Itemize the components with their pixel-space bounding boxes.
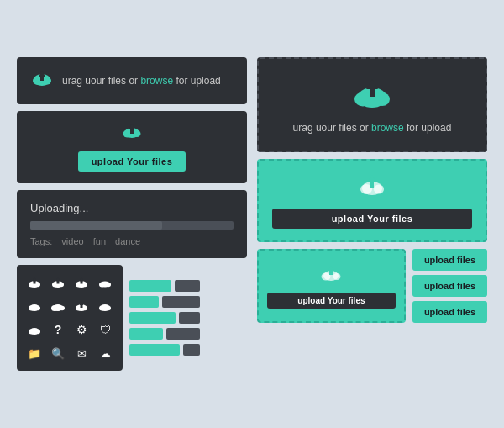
icon-cloud-3 — [72, 273, 91, 292]
svg-point-41 — [375, 92, 390, 106]
prog-dark-2 — [162, 296, 200, 308]
svg-point-14 — [59, 283, 64, 288]
progress-row-1 — [129, 280, 200, 292]
svg-point-6 — [134, 130, 141, 137]
folder-icon: 📁 — [25, 344, 44, 362]
browse-link[interactable]: browse — [140, 75, 173, 87]
upload-files-button-1[interactable]: upload files — [412, 249, 487, 271]
upload-teal-panel: upload Your files — [257, 159, 487, 242]
progress-row-3 — [129, 312, 200, 324]
prog-dark-1 — [175, 280, 200, 292]
svg-point-40 — [354, 92, 371, 107]
upload-btn-panel: upload Your files — [17, 111, 247, 183]
icon-cloud-9 — [25, 320, 44, 339]
svg-point-25 — [35, 306, 40, 311]
bottom-right-section: upload Your files upload files upload fi… — [257, 249, 487, 323]
icon-cloud-4 — [96, 273, 114, 292]
svg-point-22 — [106, 283, 111, 288]
icon-cloud-2 — [49, 273, 67, 292]
cloud-icon-2 — [121, 123, 143, 145]
drag-drop-dark-panel: urag uour files or browse for upload — [17, 57, 247, 104]
svg-point-38 — [35, 330, 40, 335]
svg-point-27 — [51, 305, 58, 311]
upload-your-files-button[interactable]: upload Your files — [78, 151, 186, 172]
svg-point-35 — [106, 306, 111, 311]
upload-buttons-column: upload files upload files upload files — [412, 249, 487, 323]
browse-link-large[interactable]: browse — [371, 122, 404, 134]
svg-point-31 — [82, 306, 87, 311]
cloud-icon-teal-panel — [358, 172, 386, 202]
tags-row: Tags: video fun dance — [30, 236, 234, 246]
search-icon: 🔍 — [49, 344, 67, 362]
svg-point-45 — [374, 185, 384, 194]
svg-point-44 — [360, 184, 372, 194]
prog-dark-5 — [183, 344, 200, 356]
shield-icon: 🛡 — [96, 320, 114, 339]
prog-teal-5 — [129, 344, 180, 356]
drag-drop-text: urag uour files or browse for upload — [62, 75, 221, 87]
icon-question: ? — [49, 320, 67, 339]
right-column: urag uour files or browse for upload upl… — [257, 57, 487, 371]
prog-teal-1 — [129, 280, 171, 292]
svg-point-21 — [99, 283, 105, 288]
prog-dark-4 — [166, 328, 200, 340]
cloud-upload-icon — [30, 69, 54, 92]
icon-cloud-6 — [49, 297, 67, 315]
upload-files-button-2[interactable]: upload files — [412, 275, 487, 297]
svg-point-48 — [322, 272, 331, 280]
upload-your-files-dark-button[interactable]: upload Your files — [272, 209, 472, 229]
svg-point-49 — [333, 273, 341, 280]
progress-bars-column — [129, 265, 200, 371]
svg-point-18 — [82, 283, 87, 288]
uploading-title: Uploading... — [30, 202, 234, 214]
cloud-icon-small — [319, 264, 343, 288]
progress-bar-fill — [30, 221, 162, 230]
progress-row-4 — [129, 328, 200, 340]
icons-grid: ? ⚙ 🛡 📁 🔍 ✉ ☁ — [17, 265, 123, 371]
gear-icon: ⚙ — [72, 320, 91, 339]
progress-bar — [30, 221, 234, 230]
icon-cloud-5 — [25, 297, 44, 315]
svg-point-24 — [29, 306, 34, 311]
prog-teal-3 — [129, 312, 176, 324]
icon-cloud-1 — [25, 273, 44, 292]
svg-point-10 — [35, 283, 40, 288]
svg-point-37 — [29, 330, 34, 335]
left-column: urag uour files or browse for upload upl… — [17, 57, 247, 371]
progress-row-5 — [129, 344, 200, 356]
upload-your-files-small-button[interactable]: upload Your files — [267, 293, 396, 309]
mail-icon: ✉ — [72, 344, 91, 362]
cloud-icon-large — [351, 76, 393, 117]
progress-row-2 — [129, 296, 200, 308]
upload-files-button-3[interactable]: upload files — [412, 301, 487, 323]
small-upload-panel: upload Your files — [257, 249, 406, 323]
svg-point-2 — [43, 77, 51, 85]
bottom-left-section: ? ⚙ 🛡 📁 🔍 ✉ ☁ — [17, 265, 247, 371]
icon-cloud-7 — [72, 297, 91, 315]
icon-extra: ☁ — [96, 344, 114, 362]
drag-drop-large-panel: urag uour files or browse for upload — [257, 57, 487, 152]
prog-teal-2 — [129, 296, 159, 308]
prog-dark-3 — [179, 312, 200, 324]
main-container: urag uour files or browse for upload upl… — [0, 40, 504, 388]
icon-cloud-8 — [96, 297, 114, 315]
uploading-panel: Uploading... Tags: video fun dance — [17, 190, 247, 258]
drag-drop-large-text: urag uour files or browse for upload — [293, 122, 452, 134]
svg-point-28 — [60, 306, 65, 311]
prog-teal-4 — [129, 328, 163, 340]
svg-point-34 — [99, 306, 105, 311]
